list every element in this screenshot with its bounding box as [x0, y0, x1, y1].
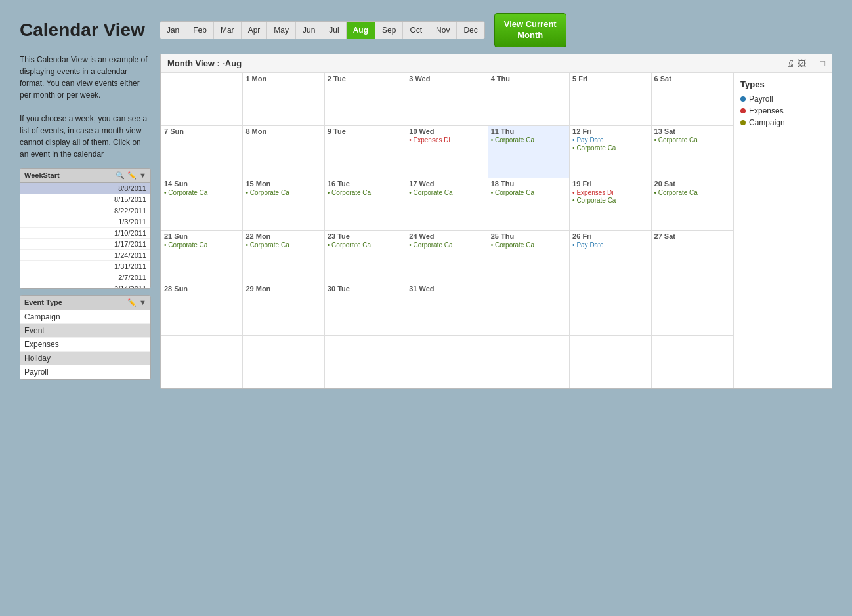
day-event[interactable]: • Corporate Ca: [491, 241, 566, 249]
month-btn-apr[interactable]: Apr: [242, 22, 268, 39]
day-event[interactable]: • Corporate Ca: [164, 241, 240, 249]
campaign-dot: [740, 120, 746, 125]
month-btn-aug[interactable]: Aug: [347, 22, 375, 39]
week-start-item[interactable]: 1/24/2011: [20, 250, 150, 261]
view-current-month-button[interactable]: View CurrentMonth: [494, 13, 566, 47]
day-event[interactable]: • Expenses Di: [572, 189, 648, 196]
day-number: 17 Wed: [409, 180, 484, 188]
calendar-day[interactable]: 26 Fri• Pay Date: [570, 230, 651, 283]
minimize-icon[interactable]: —: [809, 58, 817, 68]
dropdown-icon[interactable]: ▼: [139, 171, 146, 180]
print-icon[interactable]: 🖨: [786, 58, 795, 68]
day-event[interactable]: • Corporate Ca: [164, 189, 240, 196]
month-btn-oct[interactable]: Oct: [403, 22, 429, 39]
calendar-day[interactable]: 17 Wed• Corporate Ca: [406, 178, 488, 230]
calendar-day[interactable]: 29 Mon: [243, 283, 324, 335]
calendar-day[interactable]: 31 Wed: [406, 283, 488, 335]
week-start-item[interactable]: 1/3/2011: [20, 216, 150, 228]
week-start-item[interactable]: 1/17/2011: [20, 239, 150, 250]
week-start-item[interactable]: 1/31/2011: [20, 261, 150, 272]
calendar-day[interactable]: 12 Fri• Pay Date• Corporate Ca: [570, 125, 651, 178]
event-type-item[interactable]: Campaign: [20, 310, 150, 324]
search-icon[interactable]: 🔍: [116, 171, 125, 180]
day-number: 9 Tue: [328, 127, 403, 135]
calendar-day[interactable]: 13 Sat• Corporate Ca: [651, 125, 733, 178]
month-btn-mar[interactable]: Mar: [214, 22, 242, 39]
day-event[interactable]: • Corporate Ca: [572, 144, 648, 152]
week-start-item[interactable]: 8/22/2011: [20, 205, 150, 216]
edit-icon-2[interactable]: ✏️: [127, 298, 137, 307]
day-event[interactable]: • Corporate Ca: [409, 189, 484, 196]
calendar-day[interactable]: 14 Sun• Corporate Ca: [161, 178, 243, 230]
calendar-day[interactable]: 28 Sun: [161, 283, 243, 335]
payroll-label: Payroll: [749, 94, 773, 104]
calendar-day[interactable]: 25 Thu• Corporate Ca: [488, 230, 569, 283]
month-btn-jan[interactable]: Jan: [160, 22, 186, 39]
month-btn-dec[interactable]: Dec: [457, 22, 484, 39]
calendar-panel: Month View : -Aug 🖨 🖼 — □ 1 Mon2 Tue3 We…: [160, 54, 832, 389]
day-number: 18 Thu: [491, 180, 566, 188]
month-btn-jun[interactable]: Jun: [296, 22, 322, 39]
calendar-day[interactable]: 18 Thu• Corporate Ca: [488, 178, 569, 230]
event-type-box: Event Type ✏️ ▼ CampaignEventExpensesHol…: [20, 295, 151, 380]
event-type-item[interactable]: Holiday: [20, 352, 150, 365]
calendar-day[interactable]: 19 Fri• Expenses Di• Corporate Ca: [570, 178, 651, 230]
calendar-day[interactable]: 5 Fri: [570, 73, 651, 125]
calendar-day[interactable]: 9 Tue: [324, 125, 406, 178]
day-number: 14 Sun: [164, 180, 240, 188]
event-type-item[interactable]: Expenses: [20, 338, 150, 352]
calendar-day[interactable]: 15 Mon• Corporate Ca: [243, 178, 324, 230]
calendar-day[interactable]: 23 Tue• Corporate Ca: [324, 230, 406, 283]
day-event[interactable]: • Pay Date: [572, 241, 648, 249]
month-btn-feb[interactable]: Feb: [186, 22, 214, 39]
calendar-day[interactable]: 20 Sat• Corporate Ca: [651, 178, 733, 230]
day-event[interactable]: • Corporate Ca: [328, 241, 403, 249]
calendar-day[interactable]: 22 Mon• Corporate Ca: [243, 230, 324, 283]
day-event[interactable]: • Corporate Ca: [572, 197, 648, 204]
calendar-day[interactable]: 2 Tue: [324, 73, 406, 125]
calendar-day[interactable]: 7 Sun: [161, 125, 243, 178]
calendar-day[interactable]: 21 Sun• Corporate Ca: [161, 230, 243, 283]
day-event[interactable]: • Pay Date: [572, 136, 648, 144]
calendar-day[interactable]: 24 Wed• Corporate Ca: [406, 230, 488, 283]
maximize-icon[interactable]: □: [820, 58, 825, 68]
calendar-day[interactable]: 11 Thu• Corporate Ca: [488, 125, 569, 178]
event-type-header: Event Type ✏️ ▼: [20, 296, 150, 310]
day-number: 8 Mon: [245, 127, 321, 135]
calendar-day[interactable]: 6 Sat: [651, 73, 733, 125]
header: Calendar View JanFebMarAprMayJunJulAugSe…: [20, 13, 832, 47]
week-start-item[interactable]: 2/7/2011: [20, 272, 150, 283]
day-number: 20 Sat: [654, 180, 730, 188]
calendar-day[interactable]: 4 Thu: [488, 73, 569, 125]
month-btn-nov[interactable]: Nov: [429, 22, 457, 39]
day-event[interactable]: • Corporate Ca: [491, 189, 566, 196]
dropdown-icon-2[interactable]: ▼: [139, 298, 146, 307]
calendar-day[interactable]: 8 Mon: [243, 125, 324, 178]
calendar-day[interactable]: 27 Sat: [651, 230, 733, 283]
image-icon[interactable]: 🖼: [798, 58, 806, 68]
event-type-item[interactable]: Event: [20, 324, 150, 338]
month-btn-jul[interactable]: Jul: [322, 22, 346, 39]
calendar-day[interactable]: 1 Mon: [243, 73, 324, 125]
day-event[interactable]: • Corporate Ca: [409, 241, 484, 249]
week-start-item[interactable]: 8/8/2011: [20, 183, 150, 194]
calendar-day[interactable]: 10 Wed• Expenses Di: [406, 125, 488, 178]
week-start-item[interactable]: 8/15/2011: [20, 194, 150, 205]
week-start-item[interactable]: 1/10/2011: [20, 228, 150, 239]
day-event[interactable]: • Corporate Ca: [654, 189, 730, 196]
day-event[interactable]: • Corporate Ca: [491, 136, 566, 144]
day-event[interactable]: • Corporate Ca: [328, 189, 403, 196]
calendar-day[interactable]: 16 Tue• Corporate Ca: [324, 178, 406, 230]
calendar-day[interactable]: 30 Tue: [324, 283, 406, 335]
calendar-day[interactable]: 3 Wed: [406, 73, 488, 125]
day-event[interactable]: • Corporate Ca: [654, 136, 730, 144]
day-event[interactable]: • Expenses Di: [409, 136, 484, 144]
day-event[interactable]: • Corporate Ca: [245, 189, 321, 196]
day-event[interactable]: • Corporate Ca: [245, 241, 321, 249]
month-btn-may[interactable]: May: [267, 22, 296, 39]
event-type-item[interactable]: Payroll: [20, 365, 150, 379]
week-start-item[interactable]: 2/14/2011: [20, 283, 150, 288]
month-btn-sep[interactable]: Sep: [375, 22, 403, 39]
calendar-grid: 1 Mon2 Tue3 Wed4 Thu5 Fri6 Sat7 Sun8 Mon…: [161, 73, 733, 388]
edit-icon[interactable]: ✏️: [127, 171, 137, 180]
